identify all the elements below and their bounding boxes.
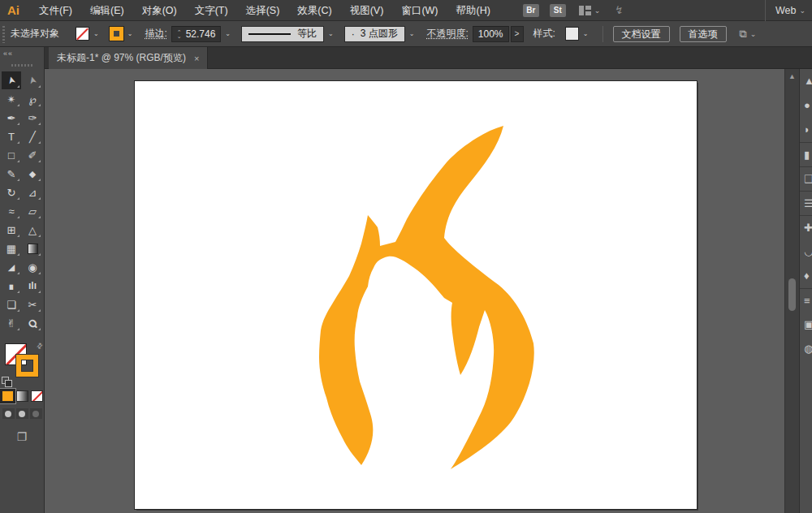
- pencil-tool[interactable]: ✎: [2, 165, 21, 183]
- chevron-down-icon[interactable]: ⌄: [91, 28, 102, 39]
- lasso-tool[interactable]: ℘: [23, 90, 42, 108]
- bridge-button[interactable]: Br: [523, 4, 539, 17]
- dock-icon[interactable]: ●: [800, 93, 812, 118]
- menu-type[interactable]: 文字(T): [186, 0, 237, 21]
- menu-effect[interactable]: 效果(C): [288, 0, 340, 21]
- gpu-performance-icon[interactable]: ↯: [614, 3, 624, 17]
- dock-icon[interactable]: ▲: [800, 69, 812, 93]
- dock-icon[interactable]: ◗: [800, 118, 812, 142]
- flame-artwork[interactable]: [319, 126, 534, 469]
- eraser-tool[interactable]: ◆: [23, 165, 42, 183]
- artboard-tool[interactable]: ❏: [2, 295, 21, 313]
- swap-fill-stroke-icon[interactable]: ⇄: [35, 341, 45, 351]
- stroke-weight-value[interactable]: 52.746: [186, 28, 216, 40]
- color-button[interactable]: [2, 390, 14, 402]
- canvas-pasteboard[interactable]: [45, 69, 784, 513]
- opacity-value[interactable]: 100%: [478, 28, 503, 40]
- stroke-weight-stepper[interactable]: ⌃ ⌄: [177, 30, 182, 38]
- mesh-tool[interactable]: ▦: [2, 239, 21, 257]
- width-tool[interactable]: ≈: [2, 202, 21, 220]
- dock-icon[interactable]: ☰: [800, 191, 812, 215]
- collapse-panel-icon[interactable]: ««: [0, 47, 44, 58]
- paintbrush-tool[interactable]: ✐: [23, 146, 42, 164]
- gradient-button[interactable]: [16, 390, 28, 402]
- stock-button[interactable]: St: [550, 4, 566, 17]
- line-segment-tool[interactable]: ╱: [23, 127, 42, 145]
- dock-icon[interactable]: ≡: [800, 288, 812, 313]
- none-button[interactable]: [31, 390, 43, 402]
- draw-behind-icon[interactable]: [16, 408, 28, 419]
- stroke-swatch[interactable]: [110, 27, 123, 41]
- stroke-color-chip[interactable]: [16, 355, 38, 377]
- dock-icon[interactable]: ♦: [800, 264, 812, 288]
- scroll-up-icon[interactable]: ▲: [785, 69, 799, 80]
- draw-inside-icon[interactable]: [30, 408, 42, 419]
- chevron-down-icon[interactable]: ⌄: [750, 30, 757, 38]
- preferences-button[interactable]: 首选项: [680, 26, 727, 42]
- fill-swatch[interactable]: [76, 27, 89, 41]
- gradient-tool[interactable]: [23, 239, 42, 257]
- menu-select[interactable]: 选择(S): [237, 0, 289, 21]
- menu-help[interactable]: 帮助(H): [447, 0, 499, 21]
- type-tool[interactable]: T: [2, 127, 21, 145]
- chevron-down-icon[interactable]: ⌄: [326, 28, 336, 39]
- dock-icon[interactable]: ✚: [800, 215, 812, 239]
- zoom-tool[interactable]: Ϙ: [23, 314, 42, 332]
- slice-tool[interactable]: ✂: [23, 295, 42, 313]
- chevron-down-icon[interactable]: ⌄: [581, 28, 591, 39]
- chevron-down-icon[interactable]: ⌄: [125, 28, 136, 39]
- stepper-down-icon[interactable]: ⌄: [177, 34, 182, 38]
- vertical-scrollbar[interactable]: ▲: [784, 69, 799, 513]
- stroke-panel-link[interactable]: 描边:: [145, 27, 166, 41]
- chevron-down-icon[interactable]: ⌄: [594, 6, 601, 15]
- shape-builder-tool[interactable]: ⊞: [2, 221, 21, 239]
- menu-window[interactable]: 窗口(W): [392, 0, 447, 21]
- close-icon[interactable]: ×: [194, 54, 199, 63]
- artboard[interactable]: [135, 81, 697, 509]
- menu-object[interactable]: 对象(O): [133, 0, 186, 21]
- free-transform-tool[interactable]: ▱: [23, 202, 42, 220]
- default-fill-stroke-icon[interactable]: [2, 377, 9, 384]
- opacity-panel-link[interactable]: 不透明度:: [426, 27, 468, 41]
- arrange-documents-icon[interactable]: [579, 6, 591, 15]
- scrollbar-thumb[interactable]: [788, 278, 796, 311]
- column-graph-tool[interactable]: ılı: [23, 277, 42, 295]
- chevron-down-icon[interactable]: ⌄: [222, 28, 233, 39]
- dock-icon[interactable]: ◍: [800, 337, 812, 361]
- menu-view[interactable]: 视图(V): [341, 0, 393, 21]
- eyedropper-tool[interactable]: ◢: [2, 258, 21, 276]
- screen-mode-icon[interactable]: ❐: [0, 430, 44, 443]
- dock-icon[interactable]: ▣: [800, 313, 812, 337]
- menu-edit[interactable]: 编辑(E): [81, 0, 133, 21]
- draw-normal-icon[interactable]: [2, 408, 15, 419]
- dock-icon[interactable]: ▮: [800, 142, 812, 166]
- scale-tool[interactable]: ⊿: [23, 183, 42, 201]
- dock-icon[interactable]: ❑: [800, 166, 812, 191]
- magic-wand-tool[interactable]: ✴: [2, 90, 21, 108]
- blend-tool[interactable]: ◉: [23, 258, 42, 276]
- width-profile-dropdown[interactable]: 等比: [241, 26, 324, 42]
- curvature-tool[interactable]: ✑: [23, 109, 42, 127]
- style-swatch[interactable]: [565, 27, 579, 41]
- rotate-tool[interactable]: ↻: [2, 183, 21, 201]
- menu-file[interactable]: 文件(F): [30, 0, 81, 21]
- panel-grip[interactable]: [2, 25, 5, 43]
- dock-icon[interactable]: ◡: [800, 239, 812, 264]
- selection-tool[interactable]: ➤: [2, 71, 21, 89]
- symbol-sprayer-tool[interactable]: ∎: [2, 277, 21, 295]
- panel-grip[interactable]: [11, 64, 32, 67]
- document-tab[interactable]: 未标题-1* @ 97% (RGB/预览) ×: [49, 47, 208, 69]
- opacity-field[interactable]: 100%: [473, 26, 509, 42]
- rectangle-tool[interactable]: □: [2, 146, 21, 164]
- stroke-weight-field[interactable]: ⌃ ⌄ 52.746: [171, 26, 222, 42]
- opacity-expand-button[interactable]: >: [511, 26, 524, 42]
- hand-tool[interactable]: ✌: [2, 314, 21, 332]
- perspective-grid-tool[interactable]: △: [23, 221, 42, 239]
- document-setup-button[interactable]: 文档设置: [613, 26, 670, 42]
- pen-tool[interactable]: ✒: [2, 109, 21, 127]
- direct-selection-tool[interactable]: ➤: [23, 71, 42, 89]
- workspace-switcher[interactable]: Web ⌄: [765, 0, 812, 21]
- brush-dropdown[interactable]: · 3 点圆形: [344, 26, 405, 42]
- chevron-down-icon[interactable]: ⌄: [407, 28, 417, 39]
- panel-options-icon[interactable]: ⧉: [740, 28, 747, 41]
